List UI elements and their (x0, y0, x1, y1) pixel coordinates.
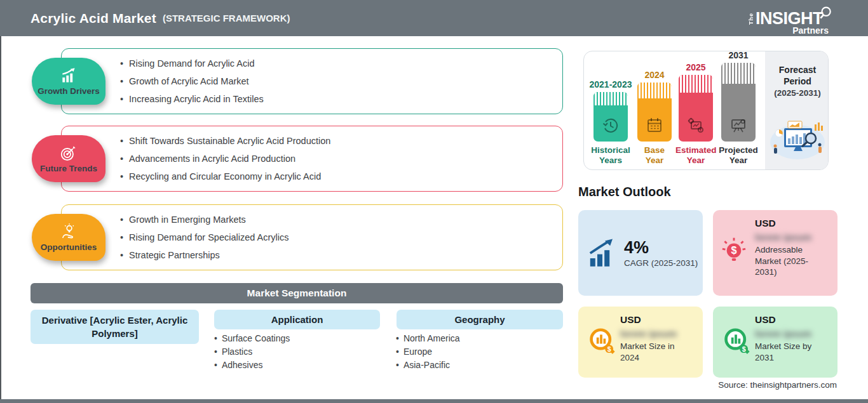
future-trends-section: Future Trends Shift Towards Sustainable … (61, 126, 563, 192)
card-label: Addressable Market (2025-2031) (755, 244, 830, 278)
opportunities-badge: Opportunities (32, 214, 105, 261)
header-bar: Acrylic Acid Market (STRATEGIC FRAMEWORK… (0, 0, 868, 36)
list-item: Strategic Partnerships (120, 246, 562, 264)
market-size-2031-card: $ USD lorem ipsum Market Size by 2031 (713, 307, 837, 378)
svg-text:$: $ (742, 345, 746, 353)
addressable-market-card: $ USD lorem ipsum Addressable Market (20… (713, 210, 837, 296)
lightbulb-dollar-icon: $ (721, 237, 747, 268)
magnifier-dollar-icon: $ (721, 326, 752, 357)
estimate-calculator-icon (686, 116, 706, 136)
forecast-period-label: Forecast Period (767, 64, 828, 87)
list-item: Surface Coatings (214, 332, 290, 345)
currency-label: USD (755, 314, 830, 326)
list-item: North America (396, 332, 460, 345)
list-item: Growth of Acrylic Acid Market (120, 72, 562, 90)
timeline-base-year: 2024 Base Year (637, 51, 672, 142)
badge-label: Future Trends (40, 164, 97, 173)
insight-partners-logo: The INSIGHT Partners (748, 6, 832, 36)
list-item: Rising Demand for Acrylic Acid (120, 55, 562, 72)
currency-label: USD (755, 218, 830, 229)
list-item: Asia-Pacific (396, 359, 460, 372)
badge-label: Growth Drivers (37, 86, 100, 96)
list-item: Europe (396, 345, 460, 359)
cagr-label: CAGR (2025-2031) (624, 258, 698, 268)
timeline-caption: Projected Year (718, 145, 759, 165)
market-outlook-title: Market Outlook (578, 185, 671, 199)
future-trends-badge: Future Trends (32, 135, 105, 182)
magnifier-icon (818, 6, 832, 20)
page-title: Acrylic Acid Market (31, 11, 156, 26)
timeline-bar (637, 83, 672, 142)
segmentation-header-derivative: Derivative [Acrylic Ester, Acrylic Polym… (31, 310, 199, 344)
growth-drivers-section: Growth Drivers Rising Demand for Acrylic… (61, 48, 563, 114)
growth-bars-arrow-icon (587, 238, 618, 268)
history-clock-icon (600, 116, 621, 136)
left-edge-divider (0, 0, 1, 403)
page-subtitle: (STRATEGIC FRAMEWORK) (163, 13, 290, 23)
geography-list: North America Europe Asia-Pacific (396, 332, 460, 372)
forecast-illustration (769, 119, 826, 162)
future-trends-list: Shift Towards Sustainable Acrylic Acid P… (62, 132, 562, 185)
list-item: Rising Demand for Specialized Acrylics (120, 228, 562, 246)
cagr-value: 4% (624, 238, 698, 257)
badge-label: Opportunities (41, 242, 97, 252)
projection-screen-icon (728, 116, 749, 136)
timeline-year-label: 2031 (716, 50, 761, 60)
list-item: Shift Towards Sustainable Acrylic Acid P… (120, 132, 562, 150)
redacted-value: lorem ipsum (620, 328, 695, 339)
logo-the-text: The (748, 13, 754, 25)
forecast-timeline-card: 2021-2023 Historical Years 2024 (583, 51, 829, 170)
currency-label: USD (620, 314, 695, 326)
redacted-value: lorem ipsum (755, 328, 830, 339)
application-list: Surface Coatings Plastics Adhesives (214, 332, 290, 372)
growth-chart-icon (59, 67, 78, 85)
redacted-value: lorem ipsum (755, 232, 830, 242)
segmentation-header-geography: Geography (397, 310, 563, 329)
logo-insight-text: INSIGHT (756, 11, 823, 27)
svg-text:$: $ (731, 244, 737, 256)
calendar-icon (644, 116, 665, 136)
opportunities-section: Opportunities Growth in Emerging Markets… (61, 204, 563, 270)
list-item: Adhesives (214, 359, 290, 372)
hand-lightbulb-icon (59, 223, 78, 241)
forecast-period-range: (2025-2031) (767, 88, 828, 98)
timeline-historical-years: 2021-2023 Historical Years (593, 51, 628, 142)
card-label: Market Size in 2024 (620, 341, 695, 363)
list-item: Growth in Emerging Markets (120, 211, 562, 228)
cagr-card: 4% CAGR (2025-2031) (578, 210, 703, 296)
list-item: Recycling and Circular Economy in Acryli… (120, 168, 562, 185)
growth-drivers-list: Rising Demand for Acrylic Acid Growth of… (62, 55, 562, 108)
timeline-year-label: 2025 (674, 62, 718, 72)
target-dart-icon (59, 145, 78, 162)
bottom-divider-bar (0, 399, 868, 403)
segmentation-header-application: Application (214, 310, 380, 329)
card-label: Market Size by 2031 (755, 341, 830, 363)
svg-text:$: $ (607, 345, 611, 353)
timeline-caption: Estimated Year (675, 145, 716, 165)
timeline-caption: Base Year (634, 145, 675, 165)
timeline-bar (721, 63, 756, 142)
list-item: Plastics (214, 345, 290, 359)
timeline-caption: Historical Years (590, 145, 631, 165)
acrylic-acid-market-infographic: Acrylic Acid Market (STRATEGIC FRAMEWORK… (0, 0, 868, 403)
timeline-year-label: 2024 (632, 70, 677, 80)
opportunities-list: Growth in Emerging Markets Rising Demand… (62, 211, 562, 264)
market-size-2024-card: $ USD lorem ipsum Market Size in 2024 (578, 307, 703, 378)
market-segmentation-bar: Market Segmentation (31, 283, 563, 303)
list-item: Advancements in Acrylic Acid Production (120, 150, 562, 168)
header-titles: Acrylic Acid Market (STRATEGIC FRAMEWORK… (31, 0, 290, 36)
timeline-bar (593, 92, 628, 142)
magnifier-chart-icon: $ (586, 326, 618, 357)
growth-drivers-badge: Growth Drivers (32, 58, 105, 105)
source-attribution: Source: theinsightpartners.com (578, 380, 837, 390)
timeline-year-label: 2021-2023 (588, 79, 633, 89)
timeline-bar (679, 75, 713, 142)
list-item: Increasing Acrylic Acid in Textiles (120, 90, 562, 108)
timeline-estimated-year: 2025 Estimated Year (679, 51, 713, 142)
timeline-projected-year: 2031 Projected Year (721, 51, 756, 142)
